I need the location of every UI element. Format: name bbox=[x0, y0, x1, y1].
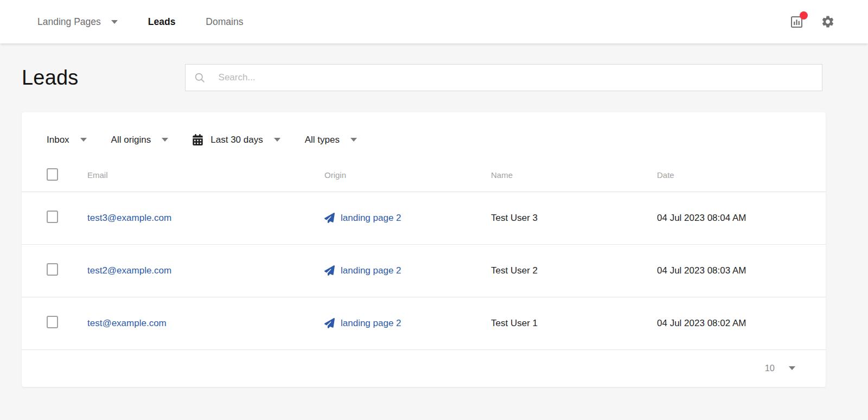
lead-name: Test User 1 bbox=[491, 297, 657, 349]
origin-link[interactable]: landing page 2 bbox=[341, 213, 401, 224]
search-box[interactable] bbox=[185, 64, 822, 91]
top-navigation: Landing Pages Leads Domains bbox=[0, 0, 868, 43]
origin-link[interactable]: landing page 2 bbox=[341, 318, 401, 329]
filter-label: All types bbox=[305, 135, 340, 145]
page-title: Leads bbox=[22, 66, 79, 90]
table-row: test@example.com landing page 2 Test Use… bbox=[22, 297, 826, 349]
leads-card: Inbox All origins Last 30 days All types bbox=[22, 112, 826, 387]
lead-name: Test User 3 bbox=[491, 192, 657, 244]
table-row: test3@example.com landing page 2 Test Us… bbox=[22, 192, 826, 244]
column-header-date: Date bbox=[657, 159, 826, 192]
nav-item-domains[interactable]: Domains bbox=[206, 16, 243, 28]
search-input[interactable] bbox=[219, 72, 813, 83]
notification-dot bbox=[800, 11, 808, 20]
table-body: test3@example.com landing page 2 Test Us… bbox=[22, 192, 826, 349]
lead-name: Test User 2 bbox=[491, 244, 657, 297]
nav-label: Leads bbox=[148, 16, 176, 28]
lead-date: 04 Jul 2023 08:03 AM bbox=[657, 244, 826, 297]
column-header-name: Name bbox=[491, 159, 657, 192]
paper-plane-icon bbox=[324, 265, 335, 276]
page-header: Leads bbox=[0, 43, 868, 91]
paper-plane-icon bbox=[324, 318, 335, 328]
lead-date: 04 Jul 2023 08:02 AM bbox=[657, 297, 826, 349]
row-checkbox[interactable] bbox=[47, 263, 58, 276]
main-content: Leads Inbox All origins Last 30 days bbox=[0, 43, 868, 387]
filter-type[interactable]: All types bbox=[305, 135, 357, 145]
filter-label: Last 30 days bbox=[210, 135, 263, 145]
table-row: test2@example.com landing page 2 Test Us… bbox=[22, 244, 826, 297]
lead-email-link[interactable]: test@example.com bbox=[87, 318, 167, 328]
chevron-down-icon bbox=[274, 138, 280, 142]
chevron-down-icon bbox=[80, 138, 87, 142]
settings-button[interactable] bbox=[820, 14, 835, 29]
analytics-button[interactable] bbox=[789, 14, 804, 29]
chevron-down-icon bbox=[162, 138, 168, 142]
table-header-row: Email Origin Name Date bbox=[22, 159, 826, 192]
chevron-down-icon bbox=[789, 366, 795, 370]
nav-label: Landing Pages bbox=[37, 16, 101, 28]
lead-email-link[interactable]: test3@example.com bbox=[87, 213, 171, 223]
pagination-bar: 10 bbox=[22, 350, 826, 387]
nav-label: Domains bbox=[206, 16, 243, 28]
chevron-down-icon bbox=[350, 138, 357, 142]
filter-date-range[interactable]: Last 30 days bbox=[193, 134, 280, 145]
nav-actions bbox=[789, 14, 835, 29]
gear-icon bbox=[821, 15, 835, 29]
filter-origin[interactable]: All origins bbox=[111, 135, 169, 145]
nav-item-landing-pages[interactable]: Landing Pages bbox=[37, 16, 118, 28]
column-header-origin: Origin bbox=[324, 159, 491, 192]
filter-label: All origins bbox=[111, 135, 151, 145]
lead-date: 04 Jul 2023 08:04 AM bbox=[657, 192, 826, 244]
page-size-value: 10 bbox=[765, 363, 775, 373]
filter-folder[interactable]: Inbox bbox=[47, 135, 87, 145]
leads-table: Email Origin Name Date test3@example.com… bbox=[22, 159, 826, 350]
row-checkbox[interactable] bbox=[47, 316, 58, 328]
filter-label: Inbox bbox=[47, 135, 69, 145]
nav-item-leads[interactable]: Leads bbox=[148, 16, 176, 28]
chevron-down-icon bbox=[111, 20, 118, 24]
search-icon bbox=[194, 72, 206, 84]
row-checkbox[interactable] bbox=[47, 211, 58, 223]
calendar-icon bbox=[193, 134, 203, 145]
page-size-select[interactable]: 10 bbox=[765, 363, 795, 373]
paper-plane-icon bbox=[324, 213, 335, 223]
select-all-checkbox[interactable] bbox=[47, 168, 58, 181]
column-header-email: Email bbox=[87, 159, 324, 192]
lead-email-link[interactable]: test2@example.com bbox=[87, 265, 171, 276]
origin-link[interactable]: landing page 2 bbox=[341, 265, 401, 276]
main-nav: Landing Pages Leads Domains bbox=[37, 16, 243, 28]
filters-bar: Inbox All origins Last 30 days All types bbox=[22, 112, 826, 159]
